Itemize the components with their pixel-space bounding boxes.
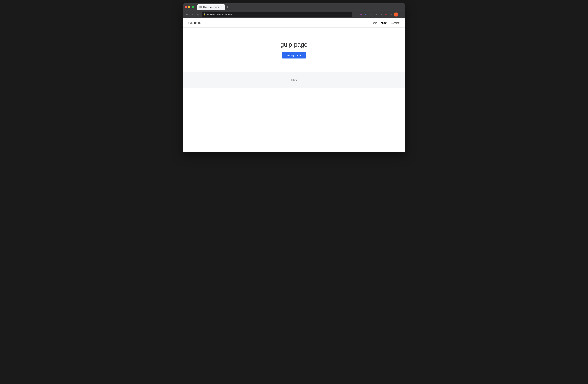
extension-grid-button[interactable]: ⊞ xyxy=(384,12,388,17)
star-icon: ☆ xyxy=(355,13,357,16)
extension-v-button[interactable]: ▽ xyxy=(364,12,368,17)
extension-gear-button[interactable]: ⚙ xyxy=(374,12,378,17)
active-tab[interactable]: Home · gulp-page × xyxy=(197,4,225,10)
extension-face-button[interactable]: ☺ xyxy=(379,12,383,17)
gear-icon: ⚙ xyxy=(375,13,377,16)
minimize-button[interactable] xyxy=(188,6,190,8)
more-button[interactable]: ⋮ xyxy=(399,12,403,17)
extension-circle-button[interactable]: ◎ xyxy=(369,12,373,17)
tab-bar: Home · gulp-page × + xyxy=(197,4,403,10)
tab-title: Home · gulp-page xyxy=(203,6,219,8)
maximize-button[interactable] xyxy=(191,6,194,8)
hero-section: gulp-page Getting started xyxy=(183,28,405,72)
pencil-icon: ✏ xyxy=(360,13,362,16)
page-content: gulp-page Home About Contact ▾ gulp-page… xyxy=(183,18,405,152)
close-button[interactable] xyxy=(185,6,187,8)
extension-puzzle-button[interactable]: ✦ xyxy=(389,12,393,17)
title-bar: Home · gulp-page × + xyxy=(183,3,405,11)
new-tab-button[interactable]: + xyxy=(225,5,230,9)
tab-close-button[interactable]: × xyxy=(221,6,223,8)
nav-about-link[interactable]: About xyxy=(380,22,387,24)
bookmark-button[interactable]: ☆ xyxy=(354,12,358,17)
circle-icon: ◎ xyxy=(370,13,372,16)
forward-button[interactable]: → xyxy=(190,12,195,17)
site-nav-links: Home About Contact ▾ xyxy=(371,22,400,24)
reload-button[interactable]: ↺ xyxy=(196,12,200,17)
nav-contact-dropdown[interactable]: Contact ▾ xyxy=(391,22,400,24)
site-navbar: gulp-page Home About Contact ▾ xyxy=(183,18,405,28)
window-controls xyxy=(185,6,194,8)
getting-started-button[interactable]: Getting started xyxy=(282,52,306,59)
face-icon: ☺ xyxy=(380,13,382,16)
nav-home-link[interactable]: Home xyxy=(371,22,377,24)
logo-image: 🖼 logo xyxy=(291,79,297,81)
tab-favicon-icon xyxy=(199,6,202,8)
profile-avatar[interactable] xyxy=(394,12,398,17)
browser-window: Home · gulp-page × + ← → ↺ 🔒 localhost:6… xyxy=(183,3,405,152)
lower-section xyxy=(183,88,405,152)
extension-pencil-button[interactable]: ✏ xyxy=(359,12,363,17)
lock-icon: 🔒 xyxy=(203,13,206,16)
more-icon: ⋮ xyxy=(400,13,402,16)
site-brand: gulp-page xyxy=(188,21,201,25)
address-bar[interactable]: 🔒 localhost:6060/about.html xyxy=(202,12,352,17)
toolbar-icons: ☆ ✏ ▽ ◎ ⚙ ☺ ⊞ ✦ xyxy=(354,12,403,17)
hero-title: gulp-page xyxy=(280,41,308,48)
logo-section: 🖼 logo xyxy=(183,72,405,88)
chevron-down-icon: ▾ xyxy=(399,22,400,24)
browser-toolbar: ← → ↺ 🔒 localhost:6060/about.html ☆ ✏ ▽ … xyxy=(183,11,405,18)
puzzle-icon: ✦ xyxy=(390,13,392,16)
grid-icon: ⊞ xyxy=(385,13,387,16)
v-icon: ▽ xyxy=(365,13,367,16)
url-text: localhost:6060/about.html xyxy=(207,13,351,16)
back-button[interactable]: ← xyxy=(185,12,189,17)
